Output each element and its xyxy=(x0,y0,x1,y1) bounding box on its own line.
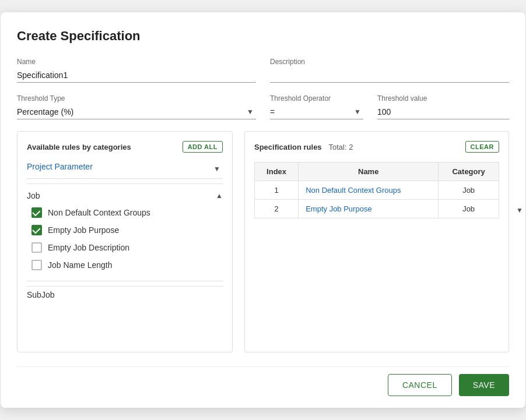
table-header-row: Index Name Category xyxy=(255,163,499,181)
subjob-section: SubJob ▼ xyxy=(27,286,223,303)
specification-rules-title: Specification rules xyxy=(254,143,322,151)
threshold-operator-group: Threshold Operator = > < ▼ xyxy=(270,94,363,119)
threshold-row: Threshold Type Percentage (%) Count ▼ Th… xyxy=(17,94,509,119)
col-name: Name xyxy=(299,163,439,181)
threshold-type-select-wrapper: Percentage (%) Count ▼ xyxy=(17,105,256,119)
specification-rules-panel: Specification rules Total: 2 CLEAR Index… xyxy=(244,131,509,352)
rule-3-checkbox[interactable] xyxy=(31,242,42,253)
table-cell-index: 1 xyxy=(255,181,299,200)
category-divider xyxy=(27,183,223,184)
table-header: Index Name Category xyxy=(255,163,499,181)
table-cell-index: 2 xyxy=(255,200,299,218)
threshold-operator-select[interactable]: = > < xyxy=(270,105,363,119)
name-group: Name xyxy=(17,58,256,83)
rule-4-checkbox[interactable] xyxy=(31,260,42,270)
spec-title-group: Specification rules Total: 2 xyxy=(254,142,353,151)
rule-item-2: Empty Job Purpose xyxy=(27,221,223,239)
table-cell-category: Job xyxy=(439,181,499,200)
threshold-value-group: Threshold value xyxy=(377,94,509,119)
rule-item-3: Empty Job Description xyxy=(27,239,223,256)
rule-item-1: Non Default Context Groups xyxy=(27,204,223,221)
clear-button[interactable]: CLEAR xyxy=(465,141,499,153)
threshold-value-input[interactable] xyxy=(377,105,509,119)
available-rules-header: Available rules by categories ADD ALL xyxy=(27,141,223,153)
rule-2-checkbox[interactable] xyxy=(31,225,42,235)
threshold-operator-label: Threshold Operator xyxy=(270,94,363,103)
threshold-value-label: Threshold value xyxy=(377,94,509,103)
rule-1-label: Non Default Context Groups xyxy=(48,208,150,217)
threshold-type-select[interactable]: Percentage (%) Count xyxy=(17,105,256,119)
category-dropdown-wrapper: Project Parameter Job SubJob ▼ xyxy=(27,160,223,179)
table-body: 1 Non Default Context Groups Job 2 Empty… xyxy=(255,181,499,218)
dialog-footer: CANCEL SAVE xyxy=(17,366,509,396)
rule-4-label: Job Name Length xyxy=(48,260,113,270)
create-specification-dialog: Create Specification Name Description Th… xyxy=(1,12,525,408)
specification-rules-table: Index Name Category 1 Non Default Contex… xyxy=(254,162,499,218)
table-row: 1 Non Default Context Groups Job xyxy=(255,181,499,200)
threshold-operator-select-wrapper: = > < ▼ xyxy=(270,105,363,119)
job-subjob-divider xyxy=(27,281,223,281)
table-cell-category: Job xyxy=(439,200,499,218)
threshold-type-group: Threshold Type Percentage (%) Count ▼ xyxy=(17,94,256,119)
add-all-button[interactable]: ADD ALL xyxy=(183,141,223,153)
description-label: Description xyxy=(270,58,509,66)
table-cell-name: Non Default Context Groups xyxy=(299,181,439,200)
subjob-section-header[interactable]: SubJob ▼ xyxy=(27,286,223,303)
rule-3-label: Empty Job Description xyxy=(48,243,129,252)
specification-rules-header: Specification rules Total: 2 CLEAR xyxy=(254,141,499,153)
table-row: 2 Empty Job Purpose Job xyxy=(255,200,499,218)
job-section-header[interactable]: Job ▲ xyxy=(27,188,223,204)
subjob-section-label: SubJob xyxy=(27,290,54,299)
category-dropdown[interactable]: Project Parameter Job SubJob xyxy=(27,160,223,174)
specification-rules-total: Total: 2 xyxy=(328,143,353,151)
job-collapse-icon: ▲ xyxy=(216,192,223,200)
name-description-row: Name Description xyxy=(17,58,509,83)
col-index: Index xyxy=(255,163,299,181)
available-rules-panel: Available rules by categories ADD ALL Pr… xyxy=(17,131,233,352)
cancel-button[interactable]: CANCEL xyxy=(388,374,452,396)
name-label: Name xyxy=(17,58,256,66)
rule-2-label: Empty Job Purpose xyxy=(48,225,119,235)
table-cell-name: Empty Job Purpose xyxy=(299,200,439,218)
job-section-label: Job xyxy=(27,191,40,200)
col-category: Category xyxy=(439,163,499,181)
subjob-expand-icon: ▼ xyxy=(516,206,523,214)
dialog-title: Create Specification xyxy=(17,29,509,44)
threshold-type-label: Threshold Type xyxy=(17,94,256,103)
rule-1-checkbox[interactable] xyxy=(31,207,42,218)
panels-row: Available rules by categories ADD ALL Pr… xyxy=(17,131,509,352)
name-input[interactable] xyxy=(17,68,256,83)
save-button[interactable]: SAVE xyxy=(459,374,509,396)
rule-item-4: Job Name Length xyxy=(27,256,223,274)
description-input[interactable] xyxy=(270,68,509,83)
description-group: Description xyxy=(270,58,509,83)
job-section: Job ▲ Non Default Context Groups Empty J… xyxy=(27,188,223,274)
available-rules-title: Available rules by categories xyxy=(27,143,131,151)
